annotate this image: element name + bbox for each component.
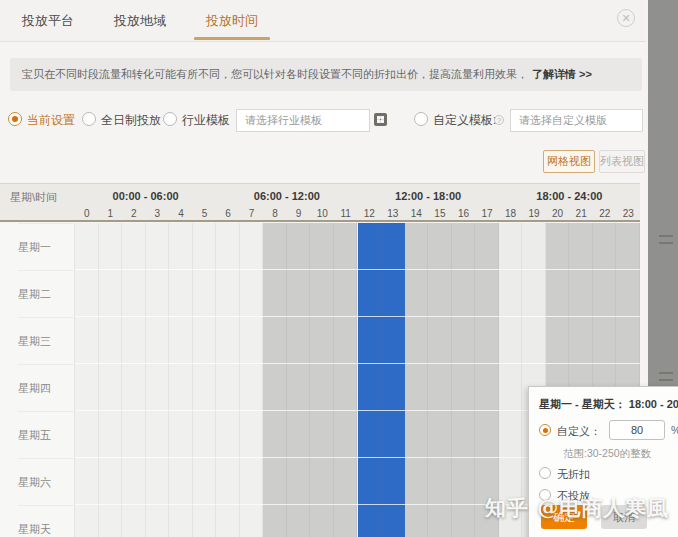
percent-sign: % — [671, 424, 678, 436]
background-page-text — [659, 372, 673, 381]
hour-tick-row: 01234567891011121314151617181920212223 — [75, 207, 640, 222]
radio-custom-discount[interactable] — [539, 424, 551, 436]
details-link[interactable]: 了解详情 >> — [532, 68, 592, 80]
hour-tick: 4 — [169, 207, 193, 221]
industry-template-picker-icon[interactable] — [374, 113, 387, 126]
time-group-header: 00:00 - 06:00 — [75, 184, 216, 207]
hour-tick: 18 — [499, 207, 523, 221]
radio-current-settings[interactable] — [8, 112, 22, 126]
weekday-label[interactable]: 星期天 — [18, 505, 73, 537]
popup-title: 星期一 - 星期天： 18:00 - 20:00 — [539, 397, 678, 412]
radio-industry-template[interactable] — [163, 112, 177, 126]
tab-region[interactable]: 投放地域 — [100, 0, 180, 41]
time-group-header: 12:00 - 18:00 — [358, 184, 499, 207]
week-time-corner-label: 星期\时间 — [10, 184, 57, 208]
time-group-header: 06:00 - 12:00 — [216, 184, 357, 207]
grid-view-button[interactable]: 网格视图 — [543, 150, 595, 173]
radio-no-discount-label[interactable]: 无折扣 — [557, 467, 590, 482]
hour-tick: 8 — [263, 207, 287, 221]
weekday-label[interactable]: 星期五 — [18, 411, 73, 458]
radio-custom-template-label[interactable]: 自定义模板: — [433, 106, 496, 134]
time-group-header: 18:00 - 24:00 — [499, 184, 640, 207]
hour-tick: 19 — [522, 207, 546, 221]
radio-all-day-label[interactable]: 全日制投放 — [101, 106, 161, 134]
tab-bar: 投放平台 投放地域 投放时间 ✕ — [0, 0, 646, 42]
hour-tick: 11 — [334, 207, 358, 221]
hour-tick: 0 — [75, 207, 99, 221]
hour-tick: 21 — [569, 207, 593, 221]
hour-tick: 15 — [428, 207, 452, 221]
list-view-button[interactable]: 列表视图 — [599, 150, 645, 173]
hour-tick: 16 — [451, 207, 475, 221]
custom-template-select[interactable]: 请选择自定义模版 — [510, 109, 643, 132]
notice-text: 宝贝在不同时段流量和转化可能有所不同，您可以针对各时段设置不同的折扣出价，提高流… — [22, 68, 528, 80]
time-group-header-row: 00:00 - 06:0006:00 - 12:0012:00 - 18:001… — [75, 184, 640, 207]
hour-tick: 14 — [404, 207, 428, 221]
industry-template-select[interactable]: 请选择行业模板 — [236, 109, 370, 132]
close-icon[interactable]: ✕ — [617, 9, 635, 27]
hour-tick: 17 — [475, 207, 499, 221]
schedule-header: 星期\时间 00:00 - 06:0006:00 - 12:0012:00 - … — [0, 183, 640, 222]
help-icon[interactable]: ? — [494, 115, 504, 125]
tab-time[interactable]: 投放时间 — [192, 0, 272, 41]
hour-tick: 3 — [145, 207, 169, 221]
radio-current-settings-label[interactable]: 当前设置 — [27, 106, 75, 134]
hour-tick: 10 — [310, 207, 334, 221]
discount-percent-input[interactable]: 80 — [609, 420, 665, 440]
hour-tick: 1 — [98, 207, 122, 221]
discount-range-hint: 范围:30-250的整数 — [563, 447, 651, 461]
zhihu-watermark: 知乎 @电商人寒風 — [485, 494, 669, 522]
weekday-label[interactable]: 星期六 — [18, 458, 73, 505]
schedule-region-selected[interactable] — [358, 223, 405, 537]
radio-industry-template-label[interactable]: 行业模板 — [182, 106, 230, 134]
schedule-region-dim[interactable] — [263, 223, 357, 537]
hour-tick: 12 — [357, 207, 381, 221]
radio-all-day[interactable] — [82, 112, 96, 126]
hour-tick: 5 — [192, 207, 216, 221]
weekday-label[interactable]: 星期一 — [18, 223, 73, 270]
hour-tick: 2 — [122, 207, 146, 221]
radio-no-discount[interactable] — [539, 467, 551, 479]
weekday-label-column: 星期一星期二星期三星期四星期五星期六星期天 — [0, 223, 75, 537]
weekday-label[interactable]: 星期二 — [18, 270, 73, 317]
hour-tick: 20 — [546, 207, 570, 221]
hour-tick: 6 — [216, 207, 240, 221]
weekday-label[interactable]: 星期四 — [18, 364, 73, 411]
radio-custom-discount-label[interactable]: 自定义： — [557, 424, 601, 439]
background-page-text — [659, 235, 673, 244]
notice-bar: 宝贝在不同时段流量和转化可能有所不同，您可以针对各时段设置不同的折扣出价，提高流… — [10, 58, 642, 91]
schedule-region-dim[interactable] — [405, 223, 499, 537]
radio-custom-template[interactable] — [414, 112, 428, 126]
hour-tick: 22 — [593, 207, 617, 221]
time-settings-dialog-screen: 投放平台 投放地域 投放时间 ✕ 宝贝在不同时段流量和转化可能有所不同，您可以针… — [0, 0, 678, 537]
tab-platform[interactable]: 投放平台 — [8, 0, 88, 41]
hour-tick: 23 — [616, 207, 640, 221]
hour-tick: 9 — [287, 207, 311, 221]
schedule-mode-options: 当前设置 全日制投放 行业模板 请选择行业模板 自定义模板: ? 请选择自定义模… — [0, 106, 646, 134]
hour-tick: 13 — [381, 207, 405, 221]
hour-tick: 7 — [240, 207, 264, 221]
weekday-label[interactable]: 星期三 — [18, 317, 73, 364]
